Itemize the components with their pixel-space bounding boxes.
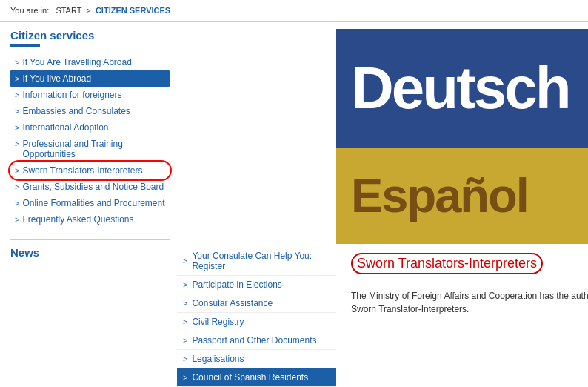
page-content: Sworn Translators-Interpreters The Minis… — [344, 247, 588, 387]
arrow-icon: > — [15, 90, 19, 99]
arrow-icon: > — [183, 257, 187, 265]
arrow-icon: > — [183, 354, 187, 363]
deutsch-text: Deutsch — [351, 54, 569, 122]
arrow-icon: > — [15, 139, 19, 148]
submenu-panel: > Your Consulate Can Help You: Register … — [177, 247, 336, 387]
sidebar-item-adoption[interactable]: > International Adoption — [10, 119, 170, 136]
sidebar-underline — [10, 44, 40, 47]
news-section-title: News — [10, 246, 170, 259]
breadcrumb-prefix: You are in: — [10, 6, 49, 15]
breadcrumb-sep1: > — [86, 6, 90, 15]
arrow-icon: > — [183, 317, 187, 326]
arrow-icon: > — [15, 107, 19, 116]
submenu-item-consular-assistance[interactable]: > Consular Assistance — [177, 294, 336, 313]
sidebar-item-faq[interactable]: > Frequently Asked Questions — [10, 211, 170, 228]
main-layout: Citizen services > If You Are Travelling… — [0, 22, 588, 387]
arrow-icon: > — [15, 58, 19, 67]
submenu-item-legalisations[interactable]: > Legalisations — [177, 350, 336, 368]
submenu-item-civil-registry[interactable]: > Civil Registry — [177, 313, 336, 331]
page-description: The Ministry of Foreign Affairs and Coop… — [351, 289, 588, 316]
sidebar-item-sworn-translators[interactable]: > Sworn Translators-Interpreters — [10, 162, 170, 179]
page-title-link[interactable]: Sworn Translators-Interpreters — [351, 253, 543, 274]
submenu-item-elections[interactable]: > Participate in Elections — [177, 276, 336, 294]
arrow-icon: > — [15, 199, 19, 208]
arrow-icon: > — [183, 280, 187, 289]
sidebar-item-online-formalities[interactable]: > Online Formalities and Procurement — [10, 195, 170, 211]
arrow-icon: > — [15, 166, 19, 175]
breadcrumb-current[interactable]: CITIZEN SERVICES — [96, 6, 170, 15]
sidebar-item-live-abroad[interactable]: > If You live Abroad — [10, 70, 170, 87]
breadcrumb: You are in: START > CITIZEN SERVICES — [0, 0, 588, 22]
sidebar-item-travelling-abroad[interactable]: > If You Are Travelling Abroad — [10, 54, 170, 70]
arrow-icon: > — [15, 215, 19, 224]
arrow-icon: > — [183, 299, 187, 308]
sidebar-item-embassies[interactable]: > Embassies and Consulates — [10, 103, 170, 119]
header-image: Deutsch Español — [336, 29, 588, 244]
sidebar-item-professional[interactable]: > Professional and Training Opportunitie… — [10, 136, 170, 162]
sidebar-item-grants[interactable]: > Grants, Subsidies and Notice Board — [10, 179, 170, 195]
image-bottom-section: Español — [336, 148, 588, 245]
arrow-icon: > — [183, 336, 187, 345]
submenu-item-register[interactable]: > Your Consulate Can Help You: Register — [177, 247, 336, 276]
sidebar-item-info-foreigners[interactable]: > Information for foreigners — [10, 87, 170, 103]
espanol-text: Español — [351, 168, 528, 223]
arrow-icon: > — [15, 74, 19, 83]
sidebar-title: Citizen services — [10, 29, 170, 42]
submenu-item-council[interactable]: > Council of Spanish Residents — [177, 368, 336, 387]
image-top-section: Deutsch — [336, 29, 588, 148]
arrow-icon: > — [183, 373, 187, 382]
arrow-icon: > — [15, 123, 19, 132]
submenu-item-passport[interactable]: > Passport and Other Documents — [177, 331, 336, 350]
breadcrumb-start[interactable]: START — [56, 6, 81, 15]
sidebar: Citizen services > If You Are Travelling… — [10, 29, 170, 387]
arrow-icon: > — [15, 182, 19, 191]
